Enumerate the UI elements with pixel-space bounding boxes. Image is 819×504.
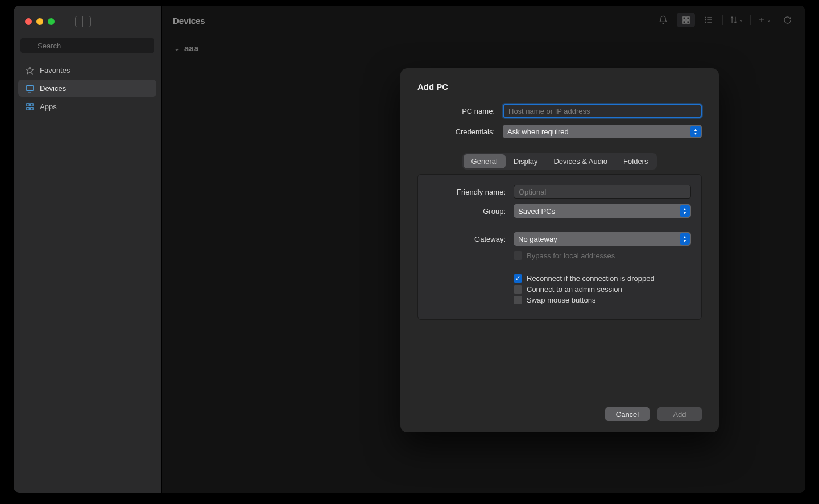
group-value: Saved PCs	[518, 207, 555, 216]
cancel-button[interactable]: Cancel	[605, 407, 650, 421]
tab-display[interactable]: Display	[506, 154, 546, 168]
svg-rect-3	[26, 85, 34, 90]
friendly-name-input[interactable]	[514, 185, 691, 199]
search-container	[14, 27, 161, 57]
gateway-label: Gateway:	[428, 235, 514, 243]
panel-divider	[428, 224, 691, 224]
svg-rect-8	[30, 107, 32, 109]
tab-folders[interactable]: Folders	[615, 154, 656, 168]
traffic-lights	[14, 6, 161, 27]
close-window-button[interactable]	[25, 18, 32, 25]
pc-name-input[interactable]	[503, 104, 702, 118]
group-label: Group:	[428, 207, 514, 216]
sidebar-item-apps[interactable]: Apps	[18, 98, 156, 115]
group-select[interactable]: Saved PCs ▲▼	[514, 204, 691, 218]
gateway-select[interactable]: No gateway ▲▼	[514, 232, 691, 246]
sidebar-item-label: Apps	[40, 102, 57, 111]
sidebar: Favorites Devices Apps	[14, 6, 162, 493]
panel-divider	[428, 266, 691, 266]
sidebar-item-devices[interactable]: Devices	[18, 80, 156, 97]
credentials-select[interactable]: Ask when required ▲▼	[503, 125, 702, 138]
svg-rect-6	[30, 103, 32, 105]
gateway-value: No gateway	[518, 235, 557, 243]
sidebar-item-label: Devices	[40, 84, 66, 93]
admin-checkbox-row[interactable]: Connect to an admin session	[514, 285, 691, 294]
tab-bar: General Display Devices & Audio Folders	[417, 153, 702, 170]
sidebar-list: Favorites Devices Apps	[14, 57, 161, 119]
swap-label: Swap mouse buttons	[527, 296, 595, 304]
display-icon	[25, 84, 34, 93]
grid-icon	[25, 102, 34, 111]
reconnect-label: Reconnect if the connection is dropped	[527, 274, 655, 283]
svg-rect-5	[26, 103, 28, 105]
swap-checkbox-row[interactable]: Swap mouse buttons	[514, 296, 691, 304]
sidebar-item-label: Favorites	[40, 66, 70, 75]
add-button-dialog[interactable]: Add	[657, 407, 702, 421]
minimize-window-button[interactable]	[36, 18, 43, 25]
credentials-value: Ask when required	[507, 127, 569, 136]
search-input[interactable]	[20, 38, 154, 53]
select-arrows-icon: ▲▼	[690, 126, 701, 137]
general-panel: Friendly name: Group: Saved PCs ▲▼ Gatew…	[417, 174, 702, 320]
zoom-window-button[interactable]	[48, 18, 55, 25]
admin-label: Connect to an admin session	[527, 285, 622, 294]
bypass-checkbox	[514, 251, 522, 260]
bypass-label: Bypass for local addresses	[527, 251, 615, 260]
svg-marker-2	[26, 67, 34, 74]
swap-checkbox[interactable]	[514, 296, 522, 304]
admin-checkbox[interactable]	[514, 285, 522, 294]
pc-name-label: PC name:	[417, 107, 503, 115]
select-arrows-icon: ▲▼	[680, 205, 690, 217]
sidebar-item-favorites[interactable]: Favorites	[18, 61, 156, 79]
reconnect-checkbox[interactable]: ✓	[514, 274, 522, 283]
svg-rect-7	[26, 107, 28, 109]
dialog-title: Add PC	[417, 82, 702, 92]
main-area: Devices ⌄ ⌄ ⌄ aaa	[162, 6, 805, 493]
app-window: Favorites Devices Apps Devices	[14, 6, 805, 493]
tab-general[interactable]: General	[464, 154, 506, 168]
sidebar-toggle-icon[interactable]	[75, 16, 91, 27]
tab-devices-audio[interactable]: Devices & Audio	[545, 154, 615, 168]
dialog-footer: Cancel Add	[417, 396, 702, 421]
add-pc-dialog: Add PC PC name: Credentials: Ask when re…	[400, 68, 719, 432]
bypass-checkbox-row: Bypass for local addresses	[514, 251, 691, 260]
friendly-name-label: Friendly name:	[428, 188, 514, 196]
credentials-label: Credentials:	[417, 127, 503, 136]
reconnect-checkbox-row[interactable]: ✓ Reconnect if the connection is dropped	[514, 274, 691, 283]
select-arrows-icon: ▲▼	[680, 233, 690, 245]
star-icon	[25, 65, 34, 75]
